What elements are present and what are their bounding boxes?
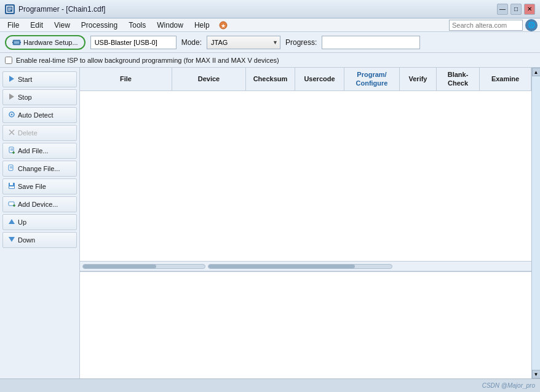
start-button[interactable]: Start bbox=[2, 71, 77, 87]
svg-marker-30 bbox=[9, 219, 15, 224]
svg-rect-8 bbox=[12, 42, 13, 43]
add-device-button[interactable]: Add Device... bbox=[2, 196, 77, 212]
search-input[interactable] bbox=[449, 20, 523, 31]
menu-bar: File Edit View Processing Tools Window H… bbox=[0, 18, 540, 32]
menu-tools[interactable]: Tools bbox=[124, 20, 151, 31]
toolbar: Hardware Setup... USB-Blaster [USB-0] Mo… bbox=[0, 32, 540, 53]
add-device-label: Add Device... bbox=[18, 201, 58, 208]
menu-view[interactable]: View bbox=[49, 20, 75, 31]
up-icon bbox=[8, 218, 15, 227]
sidebar: Start Stop Auto Detect bbox=[0, 68, 80, 378]
svg-rect-26 bbox=[9, 186, 14, 188]
mode-label: Mode: bbox=[181, 38, 202, 47]
window-title: Programmer - [Chain1.cdf] bbox=[18, 5, 105, 14]
col-program: Program/Configure bbox=[344, 68, 400, 90]
menu-help[interactable]: Help bbox=[189, 20, 215, 31]
device-name-display: USB-Blaster [USB-0] bbox=[90, 36, 177, 49]
svg-rect-25 bbox=[10, 183, 13, 185]
hardware-icon bbox=[12, 38, 21, 47]
realtime-isp-label: Enable real-time ISP to allow background… bbox=[16, 57, 279, 64]
col-examine: Examine bbox=[480, 68, 531, 90]
add-file-icon bbox=[8, 146, 15, 156]
add-file-label: Add File... bbox=[18, 147, 49, 154]
app-icon bbox=[5, 4, 15, 14]
menu-window[interactable]: Window bbox=[152, 20, 188, 31]
col-file: File bbox=[80, 68, 172, 90]
checkbox-row: Enable real-time ISP to allow background… bbox=[0, 53, 540, 68]
stop-button[interactable]: Stop bbox=[2, 89, 77, 105]
svg-text:★: ★ bbox=[221, 23, 226, 29]
content-area: File Device Checksum Usercode Program/Co… bbox=[80, 68, 531, 378]
watermark-text: CSDN @Major_pro bbox=[482, 382, 535, 389]
minimize-button[interactable]: — bbox=[497, 4, 508, 15]
delete-icon bbox=[8, 129, 15, 138]
auto-detect-button[interactable]: Auto Detect bbox=[2, 107, 77, 123]
hardware-setup-label: Hardware Setup... bbox=[23, 39, 78, 46]
down-icon bbox=[8, 236, 15, 245]
delete-button[interactable]: Delete bbox=[2, 125, 77, 141]
realtime-isp-checkbox[interactable] bbox=[5, 57, 12, 64]
save-file-label: Save File bbox=[18, 183, 46, 190]
maximize-button[interactable]: □ bbox=[510, 4, 522, 15]
delete-label: Delete bbox=[18, 129, 38, 137]
search-area: 🌐 bbox=[449, 19, 538, 31]
scrollbar-thumb-2 bbox=[208, 265, 355, 268]
down-button[interactable]: Down bbox=[2, 232, 77, 248]
search-icon[interactable]: 🌐 bbox=[525, 19, 538, 31]
svg-rect-9 bbox=[20, 42, 21, 43]
col-blank-check: Blank-Check bbox=[437, 68, 480, 90]
progress-label: Progress: bbox=[285, 38, 317, 47]
col-device: Device bbox=[172, 68, 246, 90]
close-button[interactable]: ✕ bbox=[524, 4, 535, 15]
stop-icon bbox=[8, 93, 15, 102]
up-button[interactable]: Up bbox=[2, 214, 77, 230]
scroll-down-button[interactable]: ▼ bbox=[532, 370, 541, 378]
col-usercode: Usercode bbox=[295, 68, 344, 90]
change-file-button[interactable]: Change File... bbox=[2, 161, 77, 177]
menu-extra-icon: ★ bbox=[218, 20, 228, 31]
add-file-button[interactable]: Add File... bbox=[2, 143, 77, 159]
table-header: File Device Checksum Usercode Program/Co… bbox=[80, 68, 531, 91]
col-verify: Verify bbox=[400, 68, 437, 90]
scrollbar-track-1[interactable] bbox=[82, 264, 205, 269]
mode-select-wrapper: JTAG Passive Serial Active Serial ▼ bbox=[207, 36, 280, 49]
menu-processing[interactable]: Processing bbox=[76, 20, 122, 31]
mode-select[interactable]: JTAG Passive Serial Active Serial bbox=[207, 36, 280, 49]
auto-detect-icon bbox=[8, 111, 15, 120]
scrollbar-track-2[interactable] bbox=[208, 264, 392, 269]
save-file-icon bbox=[8, 182, 15, 191]
menu-file[interactable]: File bbox=[2, 20, 24, 31]
table-body bbox=[80, 91, 531, 261]
menu-items: File Edit View Processing Tools Window H… bbox=[2, 20, 228, 31]
window-controls: — □ ✕ bbox=[497, 4, 535, 15]
change-file-icon bbox=[8, 164, 15, 174]
lower-panel bbox=[80, 271, 531, 378]
add-device-icon bbox=[8, 200, 15, 209]
main-area: Start Stop Auto Detect bbox=[0, 68, 540, 378]
col-checksum: Checksum bbox=[246, 68, 295, 90]
scroll-up-button[interactable]: ▲ bbox=[532, 68, 541, 76]
title-bar: Programmer - [Chain1.cdf] — □ ✕ bbox=[0, 0, 540, 18]
title-bar-left: Programmer - [Chain1.cdf] bbox=[5, 4, 105, 14]
vertical-scrollbar[interactable]: ▲ ▼ bbox=[531, 68, 540, 378]
svg-rect-27 bbox=[9, 202, 14, 206]
start-label: Start bbox=[18, 76, 32, 83]
up-label: Up bbox=[18, 218, 26, 226]
scrollbar-thumb-1 bbox=[83, 265, 156, 268]
change-file-label: Change File... bbox=[18, 165, 60, 172]
svg-rect-7 bbox=[14, 41, 19, 44]
down-label: Down bbox=[18, 236, 35, 244]
svg-marker-11 bbox=[9, 94, 14, 100]
save-file-button[interactable]: Save File bbox=[2, 178, 77, 194]
scroll-track[interactable] bbox=[532, 76, 540, 370]
horizontal-scrollbar[interactable] bbox=[80, 261, 531, 271]
status-bar: CSDN @Major_pro bbox=[0, 378, 540, 392]
svg-marker-31 bbox=[9, 237, 15, 242]
svg-marker-10 bbox=[9, 76, 14, 82]
progress-bar bbox=[322, 36, 420, 49]
svg-point-13 bbox=[11, 113, 13, 115]
auto-detect-label: Auto Detect bbox=[18, 111, 53, 119]
menu-edit[interactable]: Edit bbox=[25, 20, 48, 31]
start-icon bbox=[8, 75, 15, 84]
hardware-setup-button[interactable]: Hardware Setup... bbox=[5, 35, 85, 50]
